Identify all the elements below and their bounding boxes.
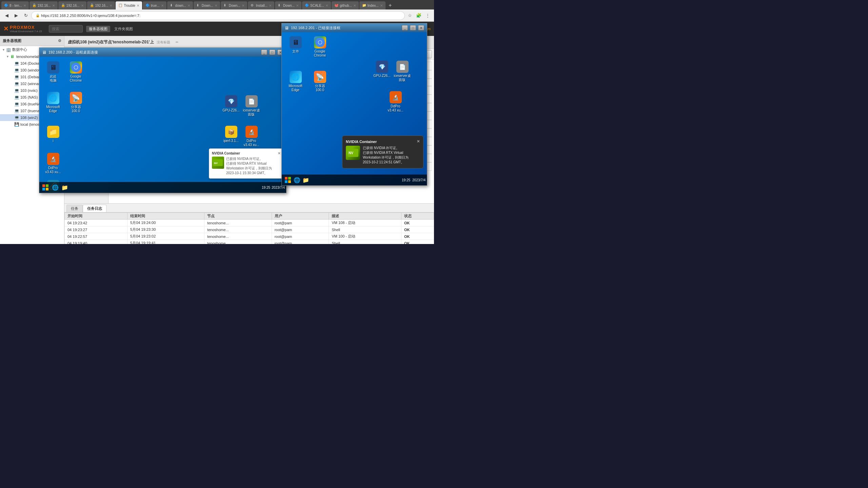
tab-logs[interactable]: 任务日志 [83,205,106,212]
browser-tab[interactable]: ⬇Down...✕ [221,1,247,9]
datacenter-icon: 🏢 [6,47,11,52]
tab-label: Install... [256,4,268,7]
win2-ddpro-icon[interactable]: 🔬 DdProv3.43 xu... [384,90,407,114]
win2-chrome-label: GoogleChrome [314,49,326,58]
tab-close-btn[interactable]: ✕ [296,4,299,7]
win2-gpuz-icon[interactable]: 💎 GPU-Z26... [371,59,393,79]
nvidia-notif-2-header: NVIDIA Container ✕ [346,139,420,144]
browser-tab[interactable]: 🔷true...✕ [143,1,166,9]
desktop-icon-iperf[interactable]: 📦 iperf-3.1... [220,124,242,144]
tab-close-btn[interactable]: ✕ [353,4,356,7]
edit-icon[interactable]: ✏ [176,40,178,44]
browser-tab[interactable]: ⬇down...✕ [167,1,193,9]
tab-close-btn[interactable]: ✕ [81,4,84,7]
browser-tab[interactable]: ⚙Install...✕ [248,1,274,9]
tab-close-btn[interactable]: ✕ [52,4,55,7]
browser-tab[interactable]: 🔒192.16...✕ [58,1,86,9]
tab-close-btn[interactable]: ✕ [380,4,383,7]
back-button[interactable]: ◀ [3,12,11,20]
tab-favicon: 🔷 [305,3,309,7]
win2-ice-label: iceserver桌面版 [394,74,411,82]
log-status: OK [401,233,434,240]
desktop-icon-folder-i[interactable]: 📁 i [42,124,64,144]
window-titlebar-201: 🖥 192.168.2.201 - 已链接连接框 _ □ ✕ [282,23,427,32]
win2-edge-icon: 🌐 [290,71,302,83]
tab-favicon: 📁 [362,3,366,7]
vm-icon: 💻 [14,81,19,86]
log-row[interactable]: 04 19:23:42 5月04 19:24:00 tenoshome... r… [65,220,434,226]
browser-tab[interactable]: 🐙github...✕ [332,1,359,9]
start-button-201[interactable] [283,175,293,185]
browser-tab[interactable]: 🔷8 - ten...✕ [1,1,29,9]
nav-folder-view[interactable]: 文件夹视图 [112,26,136,32]
browser-tab[interactable]: 🔒192.16...✕ [29,1,58,9]
desktop-icon-ice[interactable]: 📄 iceserver桌面版 [240,94,262,118]
taskbar-edge-icon[interactable]: 🌐 [51,183,60,192]
desktop-icon-ddpro-r[interactable]: 🔬 DdProv3.43 xu... [240,124,262,148]
win2-desktop-icon-computer[interactable]: 🖥 文件 [284,35,307,55]
address-bar[interactable]: 🔒 https://192.168.2.250:8006/#v1=0:qemu/… [31,11,405,20]
nvidia-close-btn[interactable]: ✕ [278,151,280,155]
maximize-button[interactable]: □ [269,49,275,55]
browser-tab[interactable]: ⬇Down...✕ [275,1,301,9]
win2-desktop-icon-chrome[interactable]: GoogleChrome [309,35,331,59]
refresh-button[interactable]: ↻ [22,12,30,20]
tab-logs-summary[interactable]: 任务 [66,205,83,212]
tab-close-btn[interactable]: ✕ [269,4,272,7]
desktop-icon-computer[interactable]: 🖥 此处电脑 [42,60,64,84]
vm-icon: 💻 [14,88,19,93]
taskbar-edge-icon-201[interactable]: 🌐 [293,176,301,184]
log-end: 5月04 19:23:30 [127,226,204,233]
bookmark-icon[interactable]: ☆ [406,12,414,19]
new-tab-button[interactable]: + [386,1,394,9]
win2-ice-icon[interactable]: 📄 iceserver桌面版 [391,59,413,83]
desktop-icon-ddpro[interactable]: 🔬 DdProv3.43 xu... [42,151,64,176]
tab-close-btn[interactable]: ✕ [110,4,112,7]
taskbar-explorer-icon[interactable]: 📁 [60,183,69,192]
node-icon: 🖥 [10,54,15,59]
tab-close-btn[interactable]: ✕ [215,4,217,7]
desktop-icon-gpuz[interactable]: 💎 GPU-Z26... [220,94,242,114]
gear-icon[interactable]: ⚙ [58,39,61,43]
storage-icon: 💾 [14,122,19,127]
log-row[interactable]: 04 19:19:40 5月04 19:19:41 tenoshome... r… [65,240,434,244]
tab-close-btn[interactable]: ✕ [23,4,26,7]
win2-desktop-icon-edge[interactable]: 🌐 MicrosoftEdge [284,69,307,94]
minimize-button[interactable]: _ [261,49,267,55]
tab-close-btn[interactable]: ✕ [326,4,328,7]
browser-tab[interactable]: 📋Trouble✕ [116,1,142,9]
nvidia-notification-200: NVIDIA Container ✕ NV [209,148,283,179]
tab-close-btn[interactable]: ✕ [242,4,244,7]
extensions-icon[interactable]: 🧩 [415,12,422,19]
log-row[interactable]: 04 19:23:27 5月04 19:23:30 tenoshome... r… [65,226,434,233]
settings-icon[interactable]: ⋮ [424,12,431,19]
tab-close-btn[interactable]: ✕ [161,4,164,7]
log-node: tenoshome... [204,240,272,244]
nvidia-notif-2-close[interactable]: ✕ [417,139,420,144]
nav-server-view[interactable]: 服务器视图 [86,26,110,32]
computer-icon-label: 此处电脑 [50,75,57,83]
vm-icon: 💻 [14,115,19,120]
browser-tab[interactable]: 🔒192.16...✕ [87,1,115,9]
taskbar-right-200: 19:25 2023/7/4 [262,186,285,189]
remote-desktop-window-200: 🖥 192.168.2.200 - 远程桌面连接 _ □ ✕ 🖥 此处电脑 Go [39,47,287,193]
header-search-input[interactable] [49,25,83,33]
browser-tab[interactable]: 🔷SCALE...✕ [302,1,331,9]
log-row[interactable]: 04 19:22:57 5月04 19:23:02 tenoshome... r… [65,233,434,240]
desktop-icon-share[interactable]: 📡 分享器100.0 [65,90,87,115]
browser-tab[interactable]: ⬇Down...✕ [194,1,220,9]
forward-button[interactable]: ▶ [12,12,20,20]
browser-tab[interactable]: 📁Index...✕ [359,1,386,9]
svg-rect-5 [42,184,45,187]
tab-close-btn[interactable]: ✕ [188,4,190,7]
desktop-icon-edge[interactable]: 🌐 MicrosoftEdge [42,90,64,115]
close-button-201[interactable]: ✕ [418,25,424,30]
desktop-icon-chrome[interactable]: GoogleChrome [65,60,87,84]
tab-close-btn[interactable]: ✕ [137,4,139,7]
start-button-200[interactable] [41,183,50,192]
win2-desktop-icon-share[interactable]: 📡 分享器100.0 [309,69,331,94]
maximize-button-201[interactable]: □ [410,25,416,30]
vm-105-label: 105 (NAS) [20,95,38,99]
taskbar-explorer-icon-201[interactable]: 📁 [301,176,310,184]
minimize-button-201[interactable]: _ [402,25,408,30]
